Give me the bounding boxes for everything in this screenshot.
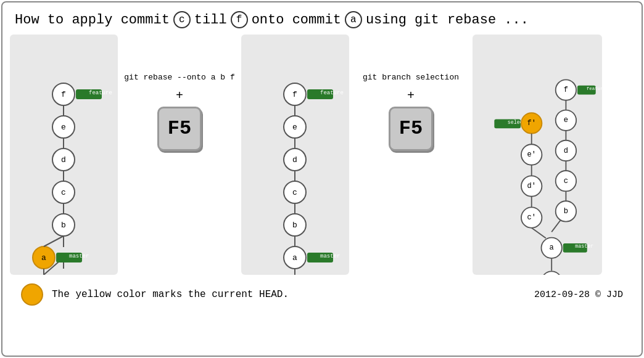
operation-1: git rebase --onto a b f + F5 [118, 35, 241, 151]
title-onto: onto commit [252, 12, 341, 28]
svg-text:f: f [292, 90, 297, 99]
svg-text:e': e' [527, 150, 535, 159]
commit-f-badge: f [231, 11, 248, 28]
legend-text: The yellow color marks the current HEAD. [52, 289, 289, 300]
svg-text:c': c' [527, 213, 535, 222]
title-till: till [194, 12, 227, 28]
commit-c-badge: c [173, 11, 191, 28]
svg-text:c: c [61, 188, 66, 197]
main-container: How to apply commit c till f onto commit… [1, 1, 643, 357]
svg-point-85 [542, 271, 562, 275]
title-suffix: using git rebase ... [366, 12, 529, 28]
title-bar: How to apply commit c till f onto commit… [2, 2, 642, 35]
svg-text:b: b [564, 207, 568, 216]
f5-key-2: F5 [389, 107, 433, 151]
diagram-2: f feature e d c b a master [241, 35, 349, 275]
svg-text:d: d [292, 155, 297, 165]
op1-line1: git rebase --onto a b f [124, 73, 234, 82]
op2-plus: + [407, 89, 415, 103]
svg-text:a: a [550, 243, 554, 252]
footer: The yellow color marks the current HEAD.… [2, 277, 642, 312]
title-prefix: How to apply commit [15, 12, 170, 28]
svg-text:d': d' [527, 182, 535, 190]
svg-line-79 [532, 228, 546, 238]
svg-text:master: master [575, 243, 593, 250]
svg-text:a: a [41, 253, 46, 262]
op1-text: git rebase --onto a b f [124, 71, 234, 84]
copyright-text: 2012-09-28 © JJD [534, 290, 623, 300]
commit-a-badge: a [345, 11, 362, 28]
svg-text:e: e [564, 116, 568, 124]
op2-text: git branch selection [363, 71, 459, 84]
svg-text:b: b [292, 221, 297, 230]
op2-line1: git branch selection [363, 73, 459, 82]
svg-text:f': f' [527, 119, 535, 128]
svg-text:c: c [292, 188, 297, 197]
svg-text:e: e [61, 123, 66, 132]
svg-text:master: master [69, 253, 89, 259]
svg-text:c: c [564, 177, 568, 185]
svg-text:f: f [564, 86, 568, 94]
svg-text:feature: feature [320, 90, 344, 96]
svg-text:master: master [320, 253, 340, 259]
svg-text:a: a [292, 253, 297, 262]
svg-text:feature: feature [89, 90, 112, 96]
svg-text:feature: feature [587, 86, 602, 91]
op1-plus: + [176, 89, 183, 103]
diagram-1: f feature e d c b a master [10, 35, 118, 275]
legend-circle [21, 283, 43, 306]
svg-text:e: e [292, 123, 297, 132]
svg-text:f: f [61, 90, 66, 99]
operation-2: git branch selection + F5 [349, 35, 473, 151]
svg-text:b: b [61, 221, 66, 230]
diagram-3: f feature e d c b selection [473, 35, 602, 275]
svg-text:d: d [564, 147, 568, 155]
diagrams-row: f feature e d c b a master [2, 35, 642, 275]
svg-line-23 [44, 236, 64, 246]
svg-text:d: d [61, 155, 66, 165]
f5-key-1: F5 [157, 107, 202, 151]
